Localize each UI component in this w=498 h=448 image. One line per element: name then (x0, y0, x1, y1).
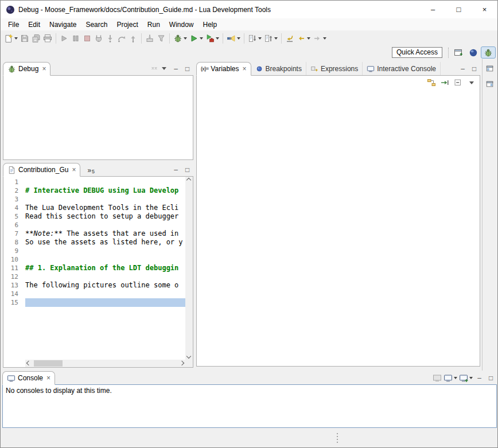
editor-content[interactable]: 12# Interactive DEBUG using Lua Develop3… (3, 177, 185, 360)
quick-access-field[interactable]: Quick Access (392, 47, 442, 58)
restore-view-stack-icon[interactable] (484, 79, 496, 89)
editor-line[interactable]: 12 (3, 272, 185, 281)
scrollbar-thumb[interactable] (34, 360, 63, 367)
tab-console[interactable]: Console × (2, 371, 55, 385)
run-dropdown-icon[interactable] (200, 37, 203, 40)
menu-file[interactable]: File (3, 20, 24, 30)
editor-line[interactable]: 11## 1. Explanation of the LDT debuggin (3, 264, 185, 272)
tab-variables[interactable]: (x)= Variables × (196, 62, 251, 76)
open-console-menu-icon[interactable] (459, 373, 473, 383)
external-tools-dropdown-icon[interactable] (216, 37, 219, 40)
debug-perspective-button[interactable] (481, 46, 496, 59)
suspend-button[interactable] (70, 32, 81, 45)
close-tab-icon[interactable]: × (243, 65, 247, 73)
editor-line[interactable]: 15 (3, 298, 185, 307)
minimize-view-icon[interactable]: – (171, 165, 181, 175)
maximize-view-icon[interactable]: □ (486, 373, 496, 383)
scroll-up-icon[interactable] (186, 178, 191, 182)
editor-line[interactable]: 14 (3, 290, 185, 298)
view-menu-icon[interactable] (162, 67, 166, 70)
previous-annotation-dropdown-icon[interactable] (274, 37, 278, 40)
last-edit-location-button[interactable] (284, 32, 295, 45)
close-tab-icon[interactable]: × (46, 374, 50, 382)
editor-line[interactable]: 7**Note:** The assets that are used in (3, 229, 185, 238)
close-tab-icon[interactable]: × (72, 166, 76, 174)
editor-line[interactable]: 4The Lua Development Tools in the Ecli (3, 204, 185, 212)
step-into-button[interactable] (104, 32, 116, 45)
display-selected-console-icon[interactable] (443, 373, 457, 383)
tab-expressions[interactable]: Expressions (306, 62, 363, 75)
disconnect-button[interactable] (93, 32, 104, 45)
menu-run[interactable]: Run (143, 20, 165, 30)
minimize-window-button[interactable]: – (420, 1, 446, 18)
horizontal-scrollbar[interactable] (25, 360, 185, 367)
display-console-dropdown-icon[interactable] (454, 377, 457, 379)
menu-search[interactable]: Search (81, 20, 112, 30)
save-button[interactable] (19, 32, 30, 45)
close-window-button[interactable]: × (472, 1, 497, 18)
hidden-editors-chevron[interactable]: » 5 (80, 166, 98, 176)
open-console-dropdown-icon[interactable] (469, 377, 473, 379)
restore-view-stack-icon[interactable] (484, 64, 496, 74)
maximize-view-icon[interactable]: □ (469, 64, 479, 74)
scroll-down-icon[interactable] (186, 354, 191, 359)
search-dropdown-icon[interactable] (237, 37, 240, 40)
step-over-button[interactable] (116, 32, 127, 45)
vertical-scrollbar[interactable] (185, 177, 193, 360)
back-button[interactable] (295, 32, 312, 45)
editor-line[interactable]: 8So use the assets as listed here, or y (3, 238, 185, 247)
back-dropdown-icon[interactable] (307, 37, 310, 40)
remove-all-terminated-icon[interactable] (149, 64, 159, 74)
view-menu-icon[interactable] (469, 81, 474, 84)
debug-button[interactable] (172, 32, 188, 45)
editor-line[interactable]: 2# Interactive DEBUG using Lua Develop (3, 186, 185, 195)
trim-drag-handle[interactable] (337, 433, 338, 443)
new-wizard-dropdown-icon[interactable] (14, 37, 18, 40)
menu-help[interactable]: Help (199, 20, 222, 30)
collapse-all-icon[interactable] (453, 78, 462, 87)
show-logical-structures-icon[interactable] (427, 78, 436, 87)
minimize-view-icon[interactable]: – (474, 373, 484, 383)
editor-line[interactable]: 3 (3, 195, 185, 204)
menu-navigate[interactable]: Navigate (45, 20, 81, 30)
scroll-left-icon[interactable] (26, 361, 31, 365)
forward-dropdown-icon[interactable] (323, 37, 326, 40)
show-type-names-icon[interactable] (440, 78, 449, 87)
previous-annotation-button[interactable] (263, 32, 279, 45)
maximize-view-icon[interactable]: □ (182, 64, 192, 74)
menu-project[interactable]: Project (112, 20, 142, 30)
use-step-filters-button[interactable] (155, 32, 167, 45)
console-body[interactable]: No consoles to display at this time. (2, 384, 497, 428)
minimize-view-icon[interactable]: – (458, 64, 468, 74)
maximize-window-button[interactable]: □ (446, 1, 472, 18)
terminate-button[interactable] (81, 32, 93, 45)
open-console-icon[interactable] (432, 373, 442, 383)
editor-line[interactable]: 6 (3, 221, 185, 229)
editor-line[interactable]: 5Read this section to setup a debugger (3, 212, 185, 221)
save-all-button[interactable] (30, 32, 42, 45)
scroll-right-icon[interactable] (180, 361, 184, 365)
new-wizard-button[interactable] (3, 32, 19, 45)
menu-edit[interactable]: Edit (24, 20, 45, 30)
search-button[interactable] (225, 32, 242, 45)
editor-line[interactable]: 1 (3, 178, 185, 186)
minimize-view-icon[interactable]: – (171, 64, 181, 74)
run-button[interactable] (188, 32, 204, 45)
ldt-perspective-button[interactable] (466, 46, 481, 59)
step-return-button[interactable] (127, 32, 139, 45)
maximize-view-icon[interactable]: □ (182, 165, 192, 175)
close-tab-icon[interactable]: × (42, 65, 46, 73)
forward-button[interactable] (312, 32, 328, 45)
drop-to-frame-button[interactable] (144, 32, 155, 45)
tab-breakpoints[interactable]: Breakpoints (251, 62, 306, 75)
open-perspective-button[interactable] (451, 46, 466, 59)
tab-debug[interactable]: Debug × (3, 62, 50, 76)
print-button[interactable] (42, 32, 53, 45)
next-annotation-dropdown-icon[interactable] (258, 37, 262, 40)
tab-interactive-console[interactable]: Interactive Console (363, 62, 441, 75)
external-tools-button[interactable] (204, 32, 220, 45)
editor-line[interactable]: 10 (3, 255, 185, 264)
menu-window[interactable]: Window (165, 20, 199, 30)
tab-contribution-guide[interactable]: Contribution_Gu × (3, 163, 80, 177)
editor-line[interactable]: 9 (3, 247, 185, 255)
